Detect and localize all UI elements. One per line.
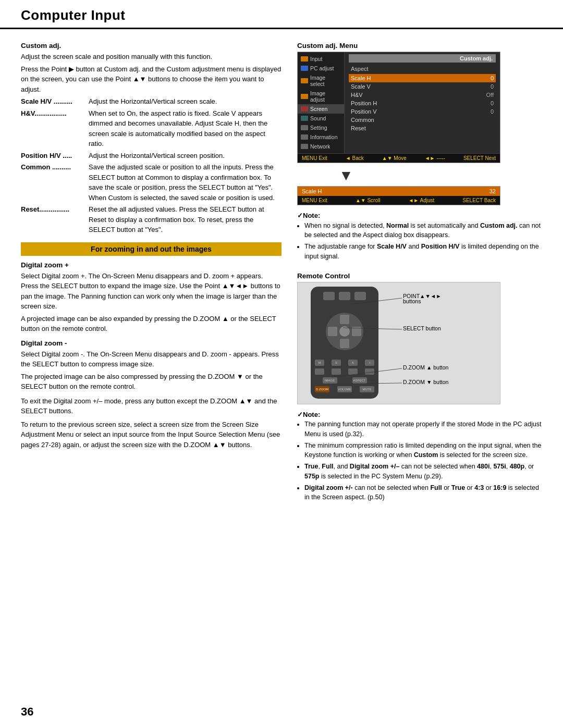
term-reset: Reset................ bbox=[21, 204, 89, 235]
sidebar-label-input: Input bbox=[310, 56, 322, 62]
menu-sidebar: Input PC adjust Image select Image adjus… bbox=[298, 52, 345, 153]
remote-control-title: Remote Control bbox=[297, 272, 542, 280]
item-value-scaleh: 0 bbox=[491, 75, 494, 81]
term-hv: H&V................. bbox=[21, 108, 89, 149]
note1-item-0: When no signal is detected, Normal is se… bbox=[304, 221, 542, 241]
menu-dashes: ◄► ----- bbox=[425, 155, 445, 161]
note2-item-1: The minimum compression ratio is limited… bbox=[304, 441, 542, 461]
setting-icon bbox=[301, 125, 308, 130]
sh-adjust: ◄► Adjust bbox=[408, 198, 434, 203]
desc-hv: When set to On, the aspect ratio is fixe… bbox=[89, 108, 282, 149]
note1-item-1: The adjustable range for Scale H/V and P… bbox=[304, 242, 542, 262]
menu-panel-title: Custom adj. bbox=[349, 54, 496, 63]
item-label-common: Common bbox=[351, 117, 374, 123]
right-column: Custom adj. Menu Input PC adjust I bbox=[292, 34, 542, 504]
sidebar-label-information: Information bbox=[310, 134, 338, 140]
page-number: 36 bbox=[21, 705, 33, 719]
note2-item-2: True, Full, and Digital zoom +/– can not… bbox=[304, 462, 542, 482]
menu-item-scalev: Scale V 0 bbox=[349, 82, 496, 91]
desc-positionhv: Adjust the Horizontal/Vertical screen po… bbox=[89, 151, 282, 161]
sidebar-item-screen: Screen bbox=[298, 104, 344, 114]
def-row-hv: H&V................. When set to On, the… bbox=[21, 108, 282, 149]
sidebar-item-input: Input bbox=[298, 54, 344, 64]
aspect-label: Aspect bbox=[349, 65, 496, 73]
item-label-scalev: Scale V bbox=[351, 83, 371, 90]
sidebar-label-imageadjust: Image adjust bbox=[310, 90, 341, 103]
remote-label-lines bbox=[298, 282, 500, 404]
item-value-positionv: 0 bbox=[491, 108, 494, 115]
input-icon bbox=[301, 56, 308, 61]
digital-zoom-minus-desc2: The projected image can be also compress… bbox=[21, 372, 282, 392]
sidebar-label-imageselect: Image select bbox=[310, 75, 341, 87]
return-note: To return to the previous screen size, s… bbox=[21, 419, 282, 450]
svg-line-1 bbox=[343, 328, 402, 329]
sidebar-item-sound: Sound bbox=[298, 114, 344, 123]
sidebar-label-network: Network bbox=[310, 143, 331, 150]
sound-icon bbox=[301, 116, 308, 121]
note2-item-3: Digital zoom +/- can not be selected whe… bbox=[304, 483, 542, 503]
menu-item-positionh: Position H 0 bbox=[349, 99, 496, 107]
def-row-scalehv: Scale H/V .......... Adjust the Horizont… bbox=[21, 96, 282, 107]
imageselect-icon bbox=[301, 78, 308, 83]
item-label-hv: H&V bbox=[351, 92, 363, 98]
term-scalehv: Scale H/V .......... bbox=[21, 96, 89, 107]
menu-item-reset: Reset bbox=[349, 124, 496, 132]
menu-bottom-bar: MENU Exit ◄ Back ▲▼ Move ◄► ----- SELECT… bbox=[298, 153, 500, 163]
content-area: Custom adj. Adjust the screen scale and … bbox=[0, 34, 563, 504]
sidebar-item-setting: Setting bbox=[298, 123, 344, 132]
menu-item-common: Common bbox=[349, 116, 496, 124]
screen-icon bbox=[301, 106, 308, 112]
remote-control-diagram: M S K I IMAGE ASPECT bbox=[297, 282, 500, 404]
note-box-1: ✓Note: When no signal is detected, Norma… bbox=[297, 211, 542, 262]
def-row-reset: Reset................ Reset the all adju… bbox=[21, 204, 282, 235]
pcadjust-icon bbox=[301, 66, 308, 71]
note2-header: ✓Note: bbox=[297, 410, 542, 420]
menu-back: ◄ Back bbox=[346, 155, 364, 161]
zoom-highlight-bar: For zooming in and out the images bbox=[21, 242, 282, 256]
svg-line-0 bbox=[350, 298, 402, 304]
digital-zoom-minus-desc1: Select Digital zoom -. The On-Screen Men… bbox=[21, 349, 282, 369]
term-common: Common .......... bbox=[21, 162, 89, 203]
label-dzoom-up: D.ZOOM ▲ button bbox=[403, 364, 448, 371]
digital-zoom-plus-title: Digital zoom + bbox=[21, 261, 282, 269]
menu-next: SELECT Next bbox=[463, 155, 496, 161]
imageadjust-icon bbox=[301, 94, 308, 99]
sidebar-item-network: Network bbox=[298, 142, 344, 151]
sidebar-label-sound: Sound bbox=[310, 115, 326, 121]
custom-adj-menu-title: Custom adj. Menu bbox=[297, 42, 542, 50]
item-value-positionh: 0 bbox=[491, 100, 494, 106]
item-label-positionv: Position V bbox=[351, 108, 377, 115]
digital-zoom-plus-desc2: A projected image can be also expanded b… bbox=[21, 314, 282, 334]
network-icon bbox=[301, 144, 308, 149]
exit-note: To exit the Digital zoom +/– mode, press… bbox=[21, 396, 282, 416]
note-box-2: ✓Note: The panning function may not oper… bbox=[297, 410, 542, 503]
item-label-positionh: Position H bbox=[351, 100, 377, 106]
sh-exit: MENU Exit bbox=[302, 198, 327, 203]
scale-h-label: Scale H bbox=[302, 188, 322, 194]
item-value-hv: Off bbox=[486, 92, 494, 98]
term-positionhv: Position H/V ..... bbox=[21, 151, 89, 161]
note2-item-0: The panning function may not operate pro… bbox=[304, 419, 542, 439]
menu-item-scaleh: Scale H 0 bbox=[349, 74, 496, 82]
scale-h-bar: Scale H 32 MENU Exit ▲▼ Scroll ◄► Adjust… bbox=[297, 186, 500, 205]
def-row-positionhv: Position H/V ..... Adjust the Horizontal… bbox=[21, 151, 282, 161]
sh-back: SELECT Back bbox=[462, 198, 496, 203]
desc-common: Save the adjusted scale or position to a… bbox=[89, 162, 282, 203]
menu-item-hv: H&V Off bbox=[349, 91, 496, 99]
item-label-scaleh: Scale H bbox=[351, 75, 371, 81]
menu-item-positionv: Position V 0 bbox=[349, 107, 496, 116]
label-dzoom-down: D.ZOOM ▼ button bbox=[403, 379, 448, 385]
sidebar-item-imageselect: Image select bbox=[298, 73, 344, 89]
information-icon bbox=[301, 134, 308, 140]
down-arrow: ▼ bbox=[297, 167, 542, 184]
note2-list: The panning function may not operate pro… bbox=[304, 419, 542, 502]
sidebar-item-imageadjust: Image adjust bbox=[298, 89, 344, 104]
left-column: Custom adj. Adjust the screen scale and … bbox=[21, 34, 292, 504]
note1-header: ✓Note: bbox=[297, 211, 542, 221]
scale-h-title-row: Scale H 32 bbox=[298, 187, 500, 196]
scale-h-value: 32 bbox=[489, 188, 496, 194]
page-header: Computer Input bbox=[0, 0, 563, 29]
sidebar-item-pcadjust: PC adjust bbox=[298, 64, 344, 73]
scale-h-bottom-bar: MENU Exit ▲▼ Scroll ◄► Adjust SELECT Bac… bbox=[298, 196, 500, 205]
sidebar-label-screen: Screen bbox=[310, 106, 327, 112]
